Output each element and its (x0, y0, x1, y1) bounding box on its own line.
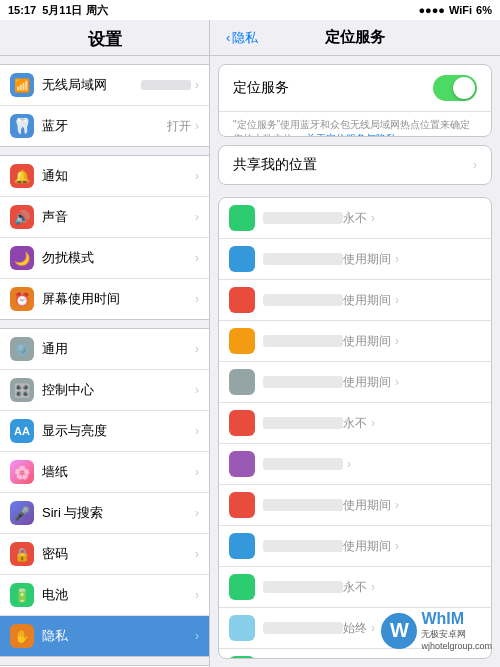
general-icon: ⚙️ (10, 337, 34, 361)
right-panel: ‹ 隐私 定位服务 定位服务 "定位服务"使用蓝牙和众包无线局域网热点位置来确定… (210, 20, 500, 667)
sidebar-notifications-label: 通知 (42, 167, 195, 185)
app-status-10: 永不 (343, 579, 367, 596)
right-header-title: 定位服务 (325, 28, 385, 47)
app-status-6: 永不 (343, 415, 367, 432)
app-chevron-10: › (371, 580, 375, 594)
app-icon-8 (229, 492, 255, 518)
watermark-main: WhIM (421, 610, 492, 628)
notifications-icon: 🔔 (10, 164, 34, 188)
app-row-8[interactable]: 使用期间 › (219, 485, 491, 526)
app-icon-4 (229, 328, 255, 354)
app-row-6[interactable]: 永不 › (219, 403, 491, 444)
sidebar-display-label: 显示与亮度 (42, 422, 195, 440)
sounds-chevron: › (195, 210, 199, 224)
notifications-chevron: › (195, 169, 199, 183)
app-name-9 (263, 540, 343, 552)
app-name-5 (263, 376, 343, 388)
app-chevron-7: › (347, 457, 351, 471)
location-privacy-link[interactable]: 关于定位服务与隐私... (306, 133, 404, 137)
app-row-1[interactable]: 永不 › (219, 198, 491, 239)
sidebar-item-dnd[interactable]: 🌙 勿扰模式 › (0, 238, 209, 279)
controlcenter-chevron: › (195, 383, 199, 397)
app-row-5[interactable]: 使用期间 › (219, 362, 491, 403)
sidebar-item-wallpaper[interactable]: 🌸 墙纸 › (0, 452, 209, 493)
app-row-2[interactable]: 使用期间 › (219, 239, 491, 280)
app-row-9[interactable]: 使用期间 › (219, 526, 491, 567)
app-chevron-3: › (395, 293, 399, 307)
sidebar-bluetooth-value: 打开 (167, 118, 191, 135)
sidebar-item-bluetooth[interactable]: 🦷 蓝牙 打开 › (0, 106, 209, 146)
sidebar-section-2: 🔔 通知 › 🔊 声音 › 🌙 勿扰模式 › ⏰ 屏幕使用时间 › (0, 155, 209, 320)
sidebar: 设置 📶 无线局域网 › 🦷 蓝牙 打开 › 🔔 通知 › (0, 20, 210, 667)
sidebar-item-privacy[interactable]: ✋ 隐私 › (0, 616, 209, 656)
location-toggle[interactable] (433, 75, 477, 101)
sidebar-item-general[interactable]: ⚙️ 通用 › (0, 329, 209, 370)
app-chevron-2: › (395, 252, 399, 266)
share-location-label: 共享我的位置 (233, 156, 473, 174)
controlcenter-icon: 🎛️ (10, 378, 34, 402)
sidebar-wifi-value (141, 80, 191, 90)
app-status-11: 始终 (343, 620, 367, 637)
sidebar-wallpaper-label: 墙纸 (42, 463, 195, 481)
screentime-icon: ⏰ (10, 287, 34, 311)
back-button[interactable]: ‹ 隐私 (226, 29, 258, 47)
right-header: ‹ 隐私 定位服务 (210, 20, 500, 56)
wifi-chevron: › (195, 78, 199, 92)
app-icon-10 (229, 574, 255, 600)
location-service-label: 定位服务 (233, 79, 433, 97)
sidebar-dnd-label: 勿扰模式 (42, 249, 195, 267)
watermark: W WhIM 无极安卓网 wjhotelgroup.com (381, 610, 492, 651)
wifi-icon: 📶 (10, 73, 34, 97)
app-icon-7 (229, 451, 255, 477)
wifi-icon: WiFi (449, 4, 472, 16)
sidebar-item-wifi[interactable]: 📶 无线局域网 › (0, 65, 209, 106)
app-icon-12 (229, 656, 255, 659)
status-date: 5月11日 周六 (42, 3, 107, 18)
share-location-section: 共享我的位置 › (218, 145, 492, 185)
app-status-1: 永不 (343, 210, 367, 227)
app-name-2 (263, 253, 343, 265)
sidebar-item-controlcenter[interactable]: 🎛️ 控制中心 › (0, 370, 209, 411)
app-status-8: 使用期间 (343, 497, 391, 514)
sidebar-sounds-label: 声音 (42, 208, 195, 226)
signal-icon: ●●●● (418, 4, 445, 16)
battery-icon: 🔋 (10, 583, 34, 607)
watermark-text-block: WhIM 无极安卓网 wjhotelgroup.com (421, 610, 492, 651)
app-name-10 (263, 581, 343, 593)
app-status-9: 使用期间 (343, 538, 391, 555)
app-row-10[interactable]: 永不 › (219, 567, 491, 608)
app-icon-3 (229, 287, 255, 313)
app-list-section: 永不 › 使用期间 › 使用期间 › 使用期间 › (218, 197, 492, 659)
password-icon: 🔒 (10, 542, 34, 566)
share-chevron: › (473, 158, 477, 172)
location-top-section: 定位服务 "定位服务"使用蓝牙和众包无线局域网热点位置来确定您的大致方位。 关于… (218, 64, 492, 137)
sidebar-item-siri[interactable]: 🎤 Siri 与搜索 › (0, 493, 209, 534)
app-chevron-4: › (395, 334, 399, 348)
sidebar-item-bluetooth-label: 蓝牙 (42, 117, 167, 135)
general-chevron: › (195, 342, 199, 356)
app-name-8 (263, 499, 343, 511)
app-row-3[interactable]: 使用期间 › (219, 280, 491, 321)
sidebar-item-password[interactable]: 🔒 密码 › (0, 534, 209, 575)
sidebar-battery-label: 电池 (42, 586, 195, 604)
app-status-2: 使用期间 (343, 251, 391, 268)
watermark-sub1: 无极安卓网 (421, 628, 492, 641)
app-status-4: 使用期间 (343, 333, 391, 350)
status-right: ●●●● WiFi 6% (418, 4, 492, 16)
app-status-5: 使用期间 (343, 374, 391, 391)
sidebar-item-battery[interactable]: 🔋 电池 › (0, 575, 209, 616)
share-location-row[interactable]: 共享我的位置 › (219, 146, 491, 184)
sidebar-item-sounds[interactable]: 🔊 声音 › (0, 197, 209, 238)
sidebar-item-display[interactable]: AA 显示与亮度 › (0, 411, 209, 452)
sidebar-item-screentime[interactable]: ⏰ 屏幕使用时间 › (0, 279, 209, 319)
toggle-knob (453, 77, 475, 99)
watermark-sub2: wjhotelgroup.com (421, 641, 492, 651)
sidebar-controlcenter-label: 控制中心 (42, 381, 195, 399)
sidebar-item-notifications[interactable]: 🔔 通知 › (0, 156, 209, 197)
back-label: 隐私 (232, 29, 258, 47)
app-row-7[interactable]: › (219, 444, 491, 485)
sidebar-general-label: 通用 (42, 340, 195, 358)
sidebar-section-1: 📶 无线局域网 › 🦷 蓝牙 打开 › (0, 64, 209, 147)
app-row-4[interactable]: 使用期间 › (219, 321, 491, 362)
app-icon-11 (229, 615, 255, 641)
